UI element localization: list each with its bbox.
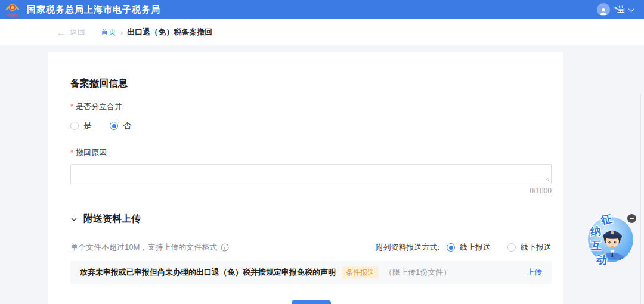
scrollbar-track[interactable] [640, 93, 641, 304]
reason-textarea-wrap [70, 164, 552, 184]
site-title: 国家税务总局上海市电子税务局 [27, 4, 160, 15]
tax-emblem-logo: 中国税务 [4, 2, 21, 17]
submit-row: 提交 [70, 300, 552, 304]
attachment-row: 放弃未申报或已申报但尚未办理的出口退（免）税并按规定申报免税的声明 条件报送 （… [70, 261, 552, 284]
radio-option-offline[interactable]: 线下报送 [507, 242, 552, 253]
back-button[interactable]: ← 返回 [57, 27, 85, 38]
tax-officer-mascot-icon [596, 223, 627, 260]
field-label-split-merge: *是否分立合并 [70, 101, 552, 112]
radio-option-online[interactable]: 线上报送 [447, 242, 491, 253]
breadcrumb-current: 出口退（免）税备案撤回 [127, 27, 212, 38]
breadcrumb: ← 返回 首页 › 出口退（免）税备案撤回 [0, 19, 644, 45]
upload-hint: 单个文件不超过10M，支持上传的文件格式 [70, 242, 229, 253]
split-merge-radio-group: 是 否 [70, 120, 552, 131]
required-asterisk: * [70, 102, 73, 111]
breadcrumb-separator: › [120, 28, 123, 37]
upload-section-title: 附送资料上传 [83, 213, 141, 225]
interaction-assistant-widget: 征 纳 互 动 [583, 210, 640, 269]
radio-label-online: 线上报送 [460, 242, 491, 253]
user-avatar [597, 3, 610, 16]
radio-option-yes[interactable]: 是 [70, 120, 92, 131]
section-title-withdraw-info: 备案撤回信息 [70, 77, 552, 90]
chevron-down-icon [70, 216, 78, 223]
chevron-down-icon [628, 6, 634, 12]
radio-icon-online-checked [447, 243, 455, 252]
radio-label-yes: 是 [83, 120, 92, 131]
upload-hint-text: 单个文件不超过10M，支持上传的文件格式 [70, 242, 217, 253]
radio-label-offline: 线下报送 [521, 242, 552, 253]
user-menu[interactable]: *莹 [597, 3, 633, 16]
attachment-info: 放弃未申报或已申报但尚未办理的出口退（免）税并按规定申报免税的声明 条件报送 （… [80, 266, 527, 279]
brand: 中国税务 国家税务总局上海市电子税务局 [4, 2, 160, 17]
attachment-name: 放弃未申报或已申报但尚未办理的出口退（免）税并按规定申报免税的声明 [80, 267, 336, 278]
radio-label-no: 否 [123, 120, 131, 131]
radio-icon-offline [507, 243, 516, 252]
submission-method-group: 附列资料报送方式: 线上报送 线下报送 [375, 242, 552, 253]
top-header-bar: 中国税务 国家税务总局上海市电子税务局 *莹 [0, 0, 644, 19]
resize-grip-icon[interactable] [544, 176, 550, 182]
conditional-submission-badge: 条件报送 [342, 266, 379, 279]
back-label: 返回 [70, 27, 85, 38]
info-icon[interactable] [221, 243, 229, 252]
split-merge-label-text: 是否分立合并 [76, 102, 122, 111]
reason-label-text: 撤回原因 [76, 148, 107, 157]
submit-button[interactable]: 提交 [292, 300, 331, 304]
attachment-limit-note: （限上传1份文件） [385, 267, 451, 278]
reason-textarea[interactable] [70, 164, 552, 184]
assistant-bubble[interactable] [588, 217, 633, 262]
person-icon [599, 7, 608, 16]
logo-caption: 中国税务 [7, 13, 18, 17]
form-card: 备案撤回信息 *是否分立合并 是 否 *撤回原因 0/1000 [48, 52, 563, 304]
page-body: 备案撤回信息 *是否分立合并 是 否 *撤回原因 0/1000 [0, 45, 644, 304]
radio-icon-no-checked [110, 122, 118, 130]
radio-option-no[interactable]: 否 [110, 120, 131, 131]
radio-icon-yes [70, 122, 79, 130]
back-arrow-icon: ← [57, 28, 66, 37]
field-label-reason: *撤回原因 [70, 147, 552, 158]
upload-meta-row: 单个文件不超过10M，支持上传的文件格式 附列资料报送方式: 线上报送 线下报送 [70, 242, 552, 253]
minimize-widget-button[interactable] [627, 214, 636, 223]
upload-link[interactable]: 上传 [527, 267, 542, 278]
user-name: *莹 [614, 4, 625, 15]
char-counter: 0/1000 [70, 187, 552, 195]
tax-emblem-icon [5, 2, 20, 13]
breadcrumb-home-link[interactable]: 首页 [101, 27, 116, 38]
required-asterisk: * [70, 148, 73, 157]
submission-method-label: 附列资料报送方式: [375, 242, 439, 253]
upload-section-header[interactable]: 附送资料上传 [70, 213, 552, 225]
